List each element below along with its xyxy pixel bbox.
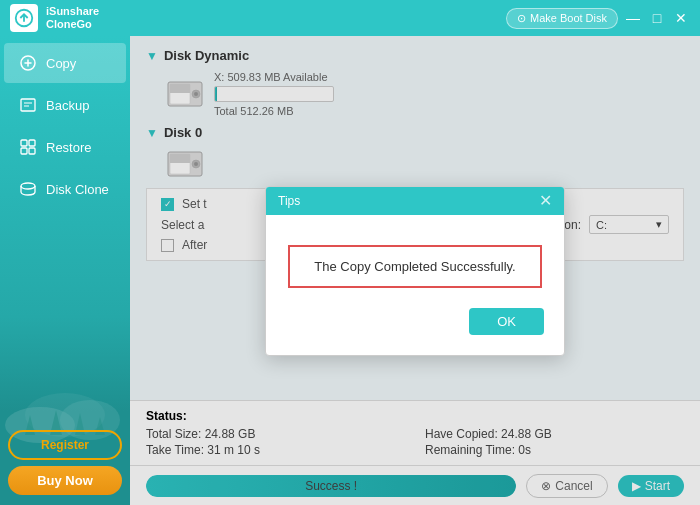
modal-ok-button[interactable]: OK bbox=[469, 308, 544, 335]
sidebar-item-backup[interactable]: Backup bbox=[4, 85, 126, 125]
svg-point-9 bbox=[21, 183, 35, 189]
title-bar-actions: ⊙ Make Boot Disk — □ ✕ bbox=[506, 8, 690, 29]
modal-message: The Copy Completed Successfully. bbox=[314, 259, 515, 274]
app-logo bbox=[10, 4, 38, 32]
sidebar-bottom: Register Buy Now bbox=[0, 420, 130, 505]
svg-rect-6 bbox=[29, 140, 35, 146]
title-bar: iSunshare CloneGo ⊙ Make Boot Disk — □ ✕ bbox=[0, 0, 700, 36]
modal-header: Tips ✕ bbox=[266, 187, 564, 215]
svg-rect-8 bbox=[29, 148, 35, 154]
sidebar-item-diskclone-label: Disk Clone bbox=[46, 182, 109, 197]
modal-overlay: Tips ✕ The Copy Completed Successfully. … bbox=[130, 36, 700, 505]
svg-rect-2 bbox=[21, 99, 35, 111]
svg-rect-5 bbox=[21, 140, 27, 146]
sidebar-item-copy[interactable]: Copy bbox=[4, 43, 126, 83]
modal-close-button[interactable]: ✕ bbox=[539, 193, 552, 209]
modal-body: The Copy Completed Successfully. OK bbox=[266, 215, 564, 355]
make-boot-button[interactable]: ⊙ Make Boot Disk bbox=[506, 8, 618, 29]
sidebar-item-copy-label: Copy bbox=[46, 56, 76, 71]
minimize-button[interactable]: — bbox=[624, 9, 642, 27]
tips-modal: Tips ✕ The Copy Completed Successfully. … bbox=[265, 186, 565, 356]
backup-icon bbox=[18, 95, 38, 115]
sidebar-item-restore-label: Restore bbox=[46, 140, 92, 155]
app-name: iSunshare CloneGo bbox=[46, 5, 506, 31]
register-button[interactable]: Register bbox=[8, 430, 122, 460]
diskclone-icon bbox=[18, 179, 38, 199]
sidebar: Copy Backup bbox=[0, 36, 130, 505]
sidebar-item-diskclone[interactable]: Disk Clone bbox=[4, 169, 126, 209]
modal-title: Tips bbox=[278, 194, 300, 208]
maximize-button[interactable]: □ bbox=[648, 9, 666, 27]
buynow-button[interactable]: Buy Now bbox=[8, 466, 122, 495]
modal-message-box: The Copy Completed Successfully. bbox=[288, 245, 541, 288]
sidebar-item-restore[interactable]: Restore bbox=[4, 127, 126, 167]
close-button[interactable]: ✕ bbox=[672, 9, 690, 27]
sidebar-nav: Copy Backup bbox=[0, 41, 130, 420]
sidebar-item-backup-label: Backup bbox=[46, 98, 89, 113]
main-layout: Copy Backup bbox=[0, 36, 700, 505]
svg-rect-7 bbox=[21, 148, 27, 154]
copy-icon bbox=[18, 53, 38, 73]
content-area: ▼ Disk Dynamic X: 509.83 MB Available To bbox=[130, 36, 700, 505]
restore-icon bbox=[18, 137, 38, 157]
